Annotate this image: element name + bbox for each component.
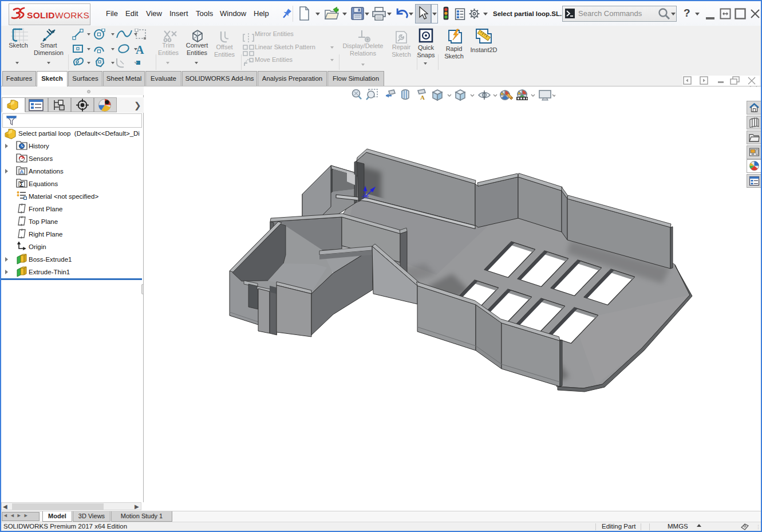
svg-text:A: A <box>20 169 24 175</box>
svg-text:SOLID: SOLID <box>27 10 55 20</box>
svg-text:Σ: Σ <box>20 182 23 188</box>
svg-text:WORKS: WORKS <box>55 10 89 20</box>
